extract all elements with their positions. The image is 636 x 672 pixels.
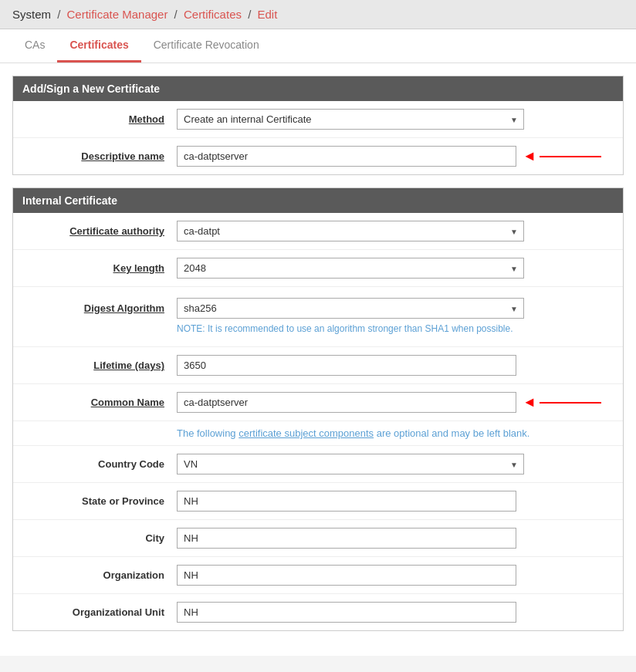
- cert-authority-select-wrapper: ca-datpt: [177, 221, 524, 241]
- digest-note-text: NOTE: It is recommended to use an algori…: [177, 323, 513, 334]
- common-name-label: Common Name: [22, 397, 177, 408]
- tab-cas[interactable]: CAs: [12, 29, 57, 62]
- descriptive-name-arrow: ◄: [523, 148, 536, 164]
- country-code-row: Country Code VN US GB DE FR: [13, 446, 623, 483]
- org-unit-label: Organizational Unit: [22, 606, 177, 618]
- org-unit-row: Organizational Unit: [13, 594, 623, 630]
- descriptive-name-row: Descriptive name ◄: [13, 138, 623, 174]
- lifetime-label: Lifetime (days): [22, 360, 177, 371]
- key-length-row: Key length 512 1024 2048 4096: [13, 250, 623, 287]
- org-unit-input[interactable]: [177, 602, 516, 623]
- optional-link: certificate subject components: [238, 427, 374, 439]
- organization-label: Organization: [22, 569, 177, 581]
- country-code-label: Country Code: [22, 458, 177, 470]
- method-select-wrapper: Create an internal Certificate Import an…: [177, 109, 524, 130]
- descriptive-name-line: [540, 156, 601, 157]
- descriptive-name-input[interactable]: [177, 146, 516, 167]
- breadcrumb-certificates[interactable]: Certificates: [184, 8, 242, 21]
- city-row: City: [13, 520, 623, 557]
- key-length-select[interactable]: 512 1024 2048 4096: [177, 258, 524, 279]
- digest-algorithm-row: Digest Algorithm sha1 sha224 sha256 sha3…: [13, 287, 623, 347]
- digest-algorithm-select[interactable]: sha1 sha224 sha256 sha384 sha512: [177, 298, 524, 319]
- method-control: Create an internal Certificate Import an…: [177, 109, 614, 130]
- breadcrumb-system: System: [12, 8, 51, 21]
- method-row: Method Create an internal Certificate Im…: [13, 101, 623, 138]
- tab-bar: CAs Certificates Certificate Revocation: [0, 29, 636, 63]
- main-content: Add/Sign a New Certificate Method Create…: [0, 63, 636, 656]
- lifetime-input[interactable]: [177, 355, 516, 376]
- key-length-select-wrapper: 512 1024 2048 4096: [177, 258, 524, 279]
- cert-authority-control: ca-datpt: [177, 221, 614, 241]
- breadcrumb-cert-manager[interactable]: Certificate Manager: [67, 8, 168, 21]
- digest-algorithm-inner: Digest Algorithm sha1 sha224 sha256 sha3…: [13, 295, 614, 322]
- breadcrumb-edit[interactable]: Edit: [258, 8, 278, 21]
- lifetime-control: [177, 355, 614, 376]
- state-row: State or Province: [13, 483, 623, 520]
- common-name-line: [540, 402, 601, 404]
- cert-authority-row: Certificate authority ca-datpt: [13, 213, 623, 250]
- common-name-arrow: ◄: [523, 394, 536, 410]
- digest-algorithm-label: Digest Algorithm: [22, 302, 177, 314]
- optional-note-text: The following certificate subject compon…: [177, 427, 529, 439]
- breadcrumb-sep2: /: [174, 8, 181, 21]
- cert-authority-label: Certificate authority: [22, 225, 177, 237]
- internal-cert-header: Internal Certificate: [13, 188, 623, 213]
- country-code-control: VN US GB DE FR: [177, 454, 614, 474]
- country-code-select-wrapper: VN US GB DE FR: [177, 454, 524, 474]
- key-length-label: Key length: [22, 262, 177, 274]
- city-control: [177, 528, 614, 549]
- lifetime-row: Lifetime (days): [13, 347, 623, 384]
- descriptive-name-control: ◄: [177, 146, 614, 167]
- organization-control: [177, 565, 614, 586]
- internal-cert-section: Internal Certificate Certificate authori…: [12, 187, 624, 631]
- digest-note: NOTE: It is recommended to use an algori…: [13, 322, 523, 339]
- breadcrumb-sep3: /: [248, 8, 254, 21]
- tab-certificates[interactable]: Certificates: [57, 29, 140, 62]
- add-sign-header: Add/Sign a New Certificate: [13, 76, 623, 101]
- country-code-select[interactable]: VN US GB DE FR: [177, 454, 524, 474]
- descriptive-name-label: Descriptive name: [22, 150, 177, 162]
- common-name-input[interactable]: [177, 392, 516, 413]
- digest-algorithm-select-wrapper: sha1 sha224 sha256 sha384 sha512: [177, 298, 524, 319]
- cert-authority-select[interactable]: ca-datpt: [177, 221, 524, 241]
- state-control: [177, 491, 614, 512]
- method-select[interactable]: Create an internal Certificate Import an…: [177, 109, 524, 130]
- key-length-control: 512 1024 2048 4096: [177, 258, 614, 279]
- org-unit-control: [177, 602, 614, 623]
- organization-row: Organization: [13, 557, 623, 594]
- city-input[interactable]: [177, 528, 516, 549]
- organization-input[interactable]: [177, 565, 516, 586]
- state-label: State or Province: [22, 495, 177, 507]
- tab-revocation[interactable]: Certificate Revocation: [141, 29, 272, 62]
- common-name-control: ◄: [177, 392, 614, 413]
- breadcrumb: System / Certificate Manager / Certifica…: [0, 0, 636, 29]
- common-name-row: Common Name ◄: [13, 384, 623, 421]
- breadcrumb-sep1: /: [57, 8, 63, 21]
- add-sign-section: Add/Sign a New Certificate Method Create…: [12, 76, 624, 175]
- state-input[interactable]: [177, 491, 516, 512]
- city-label: City: [22, 532, 177, 544]
- optional-note: The following certificate subject compon…: [13, 421, 623, 446]
- method-label: Method: [22, 113, 177, 125]
- digest-algorithm-control: sha1 sha224 sha256 sha384 sha512: [177, 298, 604, 319]
